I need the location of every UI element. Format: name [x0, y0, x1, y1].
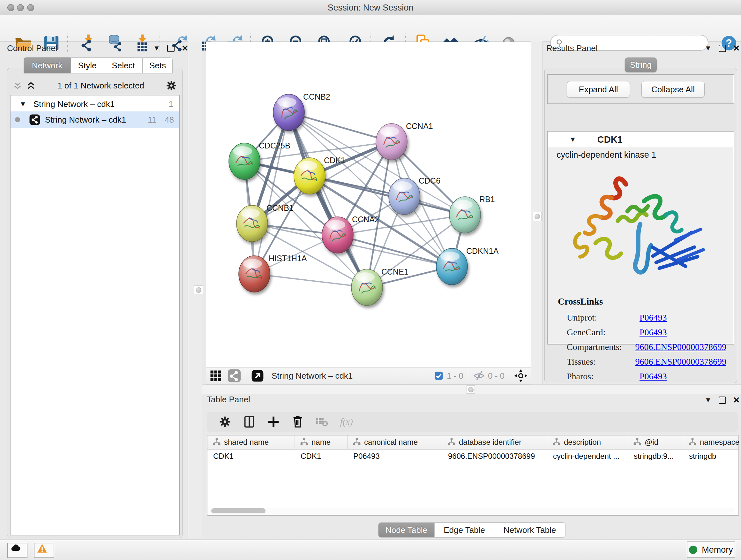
delete-table-icon [315, 415, 329, 429]
network-node-ccna2[interactable] [322, 217, 353, 253]
title-bar: Session: New Session [0, 0, 741, 15]
column-header-shared-name[interactable]: shared name [207, 435, 295, 449]
delete-column-icon[interactable] [290, 415, 305, 429]
collapse-panel-icon[interactable]: ▼ [153, 45, 160, 52]
string-network-icon [29, 114, 41, 125]
column-header-description[interactable]: description [547, 435, 628, 449]
network-node-rb1[interactable] [449, 197, 481, 233]
crosslink-value-link[interactable]: 9606.ENSP00000378699 [635, 357, 726, 367]
network-node-cdc25b[interactable] [229, 143, 260, 179]
network-node-ccne1[interactable] [351, 269, 383, 306]
detach-view-icon[interactable] [251, 369, 265, 383]
network-node-hist1h1a[interactable] [239, 256, 270, 292]
table-row[interactable]: CDK1CDK1P064939606.ENSP00000378699cyclin… [207, 449, 738, 463]
tab-sets[interactable]: Sets [143, 57, 173, 73]
network-node-cdk1[interactable] [294, 158, 325, 194]
show-columns-icon[interactable] [242, 415, 257, 429]
network-node-cdkn1a[interactable] [436, 248, 468, 285]
table-cell[interactable]: P06493 [347, 449, 442, 463]
network-canvas[interactable]: CCNB2CCNA1CDC25BCDK1CDC6RB1CCNB1CCNA2CDK… [206, 42, 531, 367]
horizontal-splitter-handle[interactable] [467, 385, 475, 394]
tab-select[interactable]: Select [104, 57, 143, 73]
column-header-canonical-name[interactable]: canonical name [347, 435, 442, 449]
table-cell[interactable]: CDK1 [207, 449, 295, 463]
float-panel-icon[interactable] [167, 45, 175, 52]
crosslinks-title: CrossLinks [558, 296, 603, 307]
create-column-icon[interactable] [266, 415, 281, 429]
network-collection-row[interactable]: ▼ String Network – cdk1 1 [10, 97, 179, 111]
node-label: CCNB2 [303, 92, 330, 101]
left-splitter[interactable] [188, 42, 202, 538]
tab-network-table[interactable]: Network Table [494, 522, 565, 538]
protein-description: cyclin-dependent kinase 1 [556, 150, 656, 160]
cdk1-section-header[interactable]: ▼ CDK1 [548, 132, 733, 147]
float-panel-icon[interactable] [719, 396, 726, 404]
network-edge[interactable] [254, 274, 367, 287]
collapse-panel-icon[interactable]: ▼ [704, 396, 712, 403]
network-edge[interactable] [310, 176, 465, 215]
cloud-icon [10, 543, 24, 558]
network-nodes [229, 94, 481, 306]
right-splitter[interactable] [531, 42, 543, 384]
selected-count: 1 - 0 [447, 371, 463, 381]
network-node-ccnb1[interactable] [237, 205, 268, 242]
tree-expander-icon[interactable]: ▼ [19, 100, 26, 108]
tab-edge-table[interactable]: Edge Table [434, 522, 494, 538]
birds-eye-view-icon[interactable] [209, 369, 223, 383]
expand-all-button[interactable]: Expand All [567, 81, 630, 98]
section-expander-icon[interactable]: ▼ [569, 135, 576, 144]
section-title: CDK1 [597, 134, 623, 145]
control-panel-controls: ▼ ✕ [153, 44, 189, 52]
left-splitter-handle[interactable] [194, 286, 203, 294]
collapse-all-networks-icon[interactable] [12, 80, 23, 91]
table-cell[interactable]: CDK1 [295, 449, 347, 463]
tab-string[interactable]: String [625, 57, 657, 72]
warning-icon [37, 543, 51, 558]
horizontal-splitter[interactable] [202, 384, 741, 394]
crosslink-value-link[interactable]: 9606.ENSP00000378699 [635, 342, 726, 352]
selected-checkbox-icon[interactable] [433, 370, 444, 381]
annotation-share-icon[interactable] [227, 369, 241, 383]
network-status-dot [15, 117, 20, 122]
memory-button[interactable]: Memory [687, 542, 735, 558]
network-options-gear-icon[interactable] [165, 79, 178, 92]
crosslink-value-link[interactable]: P06493 [639, 371, 667, 381]
crosslink-value-link[interactable]: P06493 [639, 313, 667, 323]
collection-count: 1 [169, 99, 173, 109]
column-header-namespace[interactable]: namespace [683, 435, 741, 449]
table-settings-icon[interactable] [218, 415, 232, 429]
network-node-ccnb2[interactable] [273, 94, 305, 131]
expand-all-networks-icon[interactable] [25, 80, 37, 91]
cdk1-section: ▼ CDK1 cyclin-dependent kinase 1 [547, 131, 734, 345]
close-panel-icon[interactable]: ✕ [733, 396, 740, 404]
tab-network[interactable]: Network [23, 57, 71, 73]
column-header-name[interactable]: name [295, 435, 347, 449]
hidden-eye-icon[interactable] [473, 369, 485, 382]
network-node-ccna1[interactable] [376, 124, 407, 160]
right-splitter-handle[interactable] [533, 212, 542, 221]
table-cell[interactable]: stringdb [683, 449, 741, 463]
crosslink-row: Compartments: 9606.ENSP00000378699 [567, 340, 726, 354]
float-panel-icon[interactable] [719, 45, 726, 52]
tab-style[interactable]: Style [71, 57, 104, 73]
table-cell[interactable]: stringdb:9... [628, 449, 683, 463]
node-label: CDC25B [259, 141, 290, 150]
close-panel-icon[interactable]: ✕ [733, 44, 740, 52]
crosslink-value-link[interactable]: P06493 [639, 327, 667, 337]
warnings-button[interactable] [34, 543, 54, 558]
collapse-all-button[interactable]: Collapse All [642, 81, 704, 98]
network-node-cdc6[interactable] [389, 178, 420, 214]
column-header--id[interactable]: @id [628, 435, 683, 449]
table-horizontal-scrollbar[interactable] [209, 508, 735, 514]
fit-content-crosshair-icon[interactable] [514, 369, 528, 383]
cloud-status-button[interactable] [7, 543, 27, 558]
network-row-selected[interactable]: String Network – cdk1 11 48 [10, 111, 179, 128]
table-cell[interactable]: 9606.ENSP00000378699 [442, 449, 547, 463]
tab-node-table[interactable]: Node Table [378, 522, 434, 538]
table-cell[interactable]: cyclin-dependent ... [547, 449, 628, 463]
scrollbar-thumb[interactable] [211, 508, 266, 513]
collapse-panel-icon[interactable]: ▼ [704, 45, 712, 52]
network-edge-count: 48 [165, 115, 174, 125]
column-header-database-identifier[interactable]: database identifier [442, 435, 547, 449]
node-label: CCNE1 [381, 267, 408, 276]
